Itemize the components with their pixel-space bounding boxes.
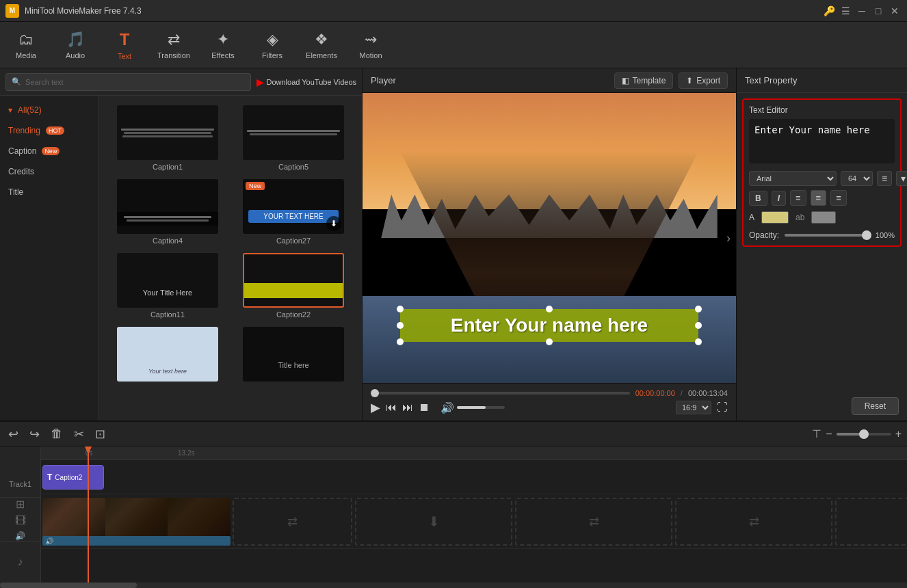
handle-bottom-left[interactable] [397,338,404,345]
progress-track[interactable] [371,392,630,395]
handle-mid-right[interactable] [695,322,702,329]
zoom-in-button[interactable]: + [895,428,902,440]
split-tracks-icon[interactable]: ⊤ [812,427,821,440]
outline-color-swatch[interactable] [811,211,836,224]
progress-bar-wrap: 00:00:00:00 / 00:00:13:04 [371,389,728,397]
search-box[interactable]: 🔍 Search text [5,73,251,91]
category-title[interactable]: Title [0,182,98,202]
handle-top-right[interactable] [695,306,702,312]
media-icon: 🗂 [18,31,34,49]
caption-item-white-text[interactable]: Your text here [105,323,231,388]
volume-icon[interactable]: 🔊 [441,401,454,414]
caption-grid: Caption1 Caption5 [99,96,362,420]
delete-button[interactable]: 🗑 [48,424,66,444]
progress-thumb[interactable] [371,389,379,397]
volume-fill [457,406,486,409]
menu-icon[interactable]: ☰ [839,4,852,18]
align-right-button[interactable]: ≡ [830,190,847,206]
category-caption[interactable]: Caption New [0,141,98,161]
new-badge-caption: New [42,147,60,155]
caption-label-caption4: Caption4 [153,237,183,245]
bold-button[interactable]: B [749,191,767,206]
download-icon-caption27[interactable]: ⬇ [326,216,341,231]
tool-media[interactable]: 🗂 Media [3,25,49,66]
tool-audio-label: Audio [66,51,85,59]
tool-elements[interactable]: ❖ Elements [298,25,345,66]
caption-item-caption22[interactable]: Caption22 [231,249,356,323]
category-all[interactable]: ▾ All(52) [0,100,98,120]
undo-button[interactable]: ↩ [5,424,21,444]
panel-toggle-icon[interactable]: › [726,231,731,245]
transition-slot-3[interactable]: ⇄ [515,498,672,546]
handle-bottom-mid[interactable] [546,338,553,345]
handle-top-mid[interactable] [546,306,553,312]
skip-back-button[interactable]: ⏮ [386,401,397,414]
crop-button[interactable]: ⊡ [92,424,108,444]
add-track-button[interactable]: ⊞ [16,498,25,511]
align-center-button[interactable]: ≡ [811,190,827,206]
template-button[interactable]: ◧ Template [614,72,674,89]
list-style-button[interactable]: ≡ [877,171,892,186]
fullscreen-button[interactable]: ⛶ [717,401,728,414]
opacity-slider[interactable] [785,234,870,237]
opacity-thumb[interactable] [862,230,871,240]
key-icon[interactable]: 🔑 [822,4,836,18]
transition-slot-5[interactable]: ⇄ [835,498,907,546]
scrollbar-thumb[interactable] [0,583,137,588]
caption-clip[interactable]: T Caption2 [42,465,104,490]
cut-button[interactable]: ✂ [71,424,87,444]
tool-effects[interactable]: ✦ Effects [200,25,246,66]
horizontal-scrollbar[interactable] [0,583,907,588]
export-button[interactable]: ⬆ Export [679,72,728,89]
reset-button[interactable]: Reset [852,397,899,415]
transition-icon: ⇄ [168,31,180,49]
caption-item-caption27[interactable]: New YOUR TEXT HERE ⬇ Caption27 [231,175,356,249]
player-title: Player [371,75,396,85]
skip-forward-button[interactable]: ⏭ [402,401,413,414]
video-track-icon[interactable]: 🎞 [15,515,26,527]
yt-download-button[interactable]: ▶ Download YouTube Videos [257,77,357,88]
category-trending[interactable]: Trending HOT [0,120,98,141]
tool-text[interactable]: T Text [101,25,148,66]
transition-slot-4[interactable]: ⇄ [675,498,832,546]
stop-button[interactable]: ⏹ [419,401,430,414]
caption-item-caption5[interactable]: Caption5 [231,101,356,175]
audio-track-label: ♪ [0,542,40,583]
font-select[interactable]: Arial Times New Roman [749,171,837,186]
category-credits[interactable]: Credits [0,161,98,182]
italic-button[interactable]: I [772,191,786,206]
caption-item-caption11[interactable]: Your Title Here Caption11 [105,249,231,323]
redo-button[interactable]: ↪ [27,424,42,444]
handle-mid-left[interactable] [397,322,404,329]
caption-overlay-box[interactable]: Enter Your name here [400,309,699,342]
handle-top-left[interactable] [397,306,404,312]
zoom-track[interactable] [837,433,891,436]
close-button[interactable]: ✕ [888,4,902,18]
timeline-content: 0s 13.2s T Caption2 [41,446,907,583]
caption-item-caption4[interactable]: Caption4 [105,175,231,249]
transition-slot-2-icon: ⬇ [428,513,440,530]
aspect-ratio-select[interactable]: 16:9 9:16 1:1 4:3 [676,401,711,414]
font-size-select[interactable]: 64 32 48 72 [841,171,873,186]
tool-motion[interactable]: ⇝ Motion [347,25,394,66]
volume-track[interactable] [457,406,505,409]
transition-slot-1[interactable]: ⇄ [233,498,352,546]
caption-item-dark-title[interactable]: Title here [231,323,356,388]
text-input[interactable]: Enter Your name here [749,119,895,163]
play-button[interactable]: ▶ [371,400,380,415]
list-expand-button[interactable]: ▾ [896,171,907,186]
align-left-button[interactable]: ≡ [790,190,806,206]
tool-filters[interactable]: ◈ Filters [249,25,295,66]
maximize-button[interactable]: □ [871,4,885,18]
tool-transition[interactable]: ⇄ Transition [150,25,197,66]
export-label: Export [696,76,720,85]
zoom-out-button[interactable]: − [826,428,832,440]
transition-slot-2[interactable]: ⬇ [355,498,512,546]
text-color-swatch[interactable] [761,211,789,224]
zoom-thumb[interactable] [859,429,869,439]
reset-button-wrap: Reset [737,392,907,420]
tool-audio[interactable]: 🎵 Audio [52,25,98,66]
audio-track-icon[interactable]: 🔊 [15,531,25,541]
minimize-button[interactable]: ─ [855,4,869,18]
caption-item-caption1[interactable]: Caption1 [105,101,231,175]
